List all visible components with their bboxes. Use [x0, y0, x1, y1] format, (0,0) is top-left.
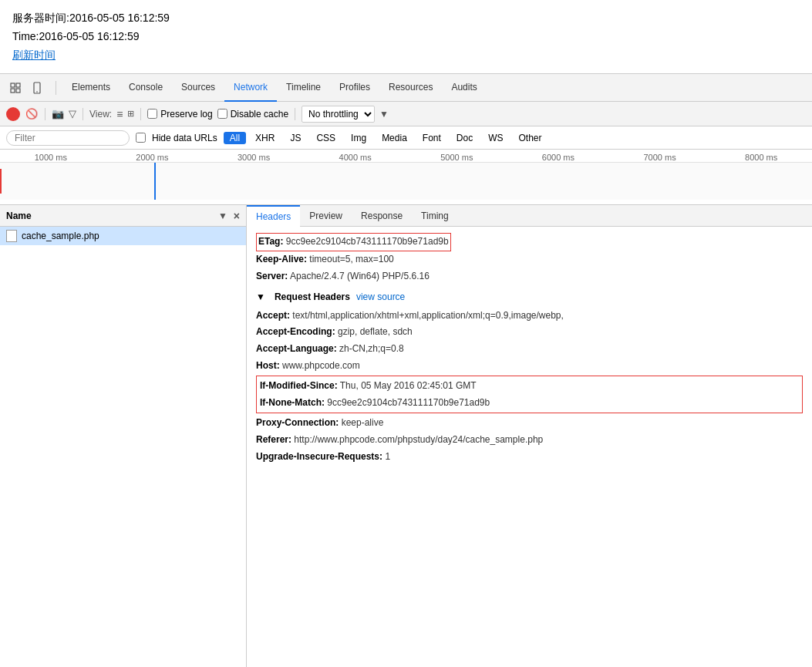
collapse-triangle-icon[interactable]: ▼	[256, 289, 265, 306]
header-tab-headers[interactable]: Headers	[247, 205, 300, 227]
svg-rect-3	[16, 89, 20, 93]
close-panel-icon[interactable]: ×	[234, 210, 240, 222]
main-area: Name ▼ × cache_sample.php HeadersPreview…	[0, 205, 812, 667]
filter-type-doc[interactable]: Doc	[450, 132, 479, 144]
timeline-area	[0, 163, 812, 200]
filter-type-img[interactable]: Img	[345, 132, 372, 144]
header-row: ETag: 9cc9ee2c9104cb743111170b9e71ad9b	[256, 233, 803, 251]
header-val: 9cc9ee2c9104cb743111170b9e71ad9b	[325, 397, 490, 408]
header-key: If-None-Match:	[260, 397, 325, 408]
timeline-bar: 1000 ms2000 ms3000 ms4000 ms5000 ms6000 …	[0, 150, 812, 205]
timeline-label: 4000 ms	[305, 153, 406, 162]
refresh-link[interactable]: 刷新时间	[12, 49, 56, 61]
tab-elements[interactable]: Elements	[62, 74, 120, 102]
timeline-label: 7000 ms	[609, 153, 711, 162]
timeline-label: 8000 ms	[710, 153, 812, 162]
header-row: Referer: http://www.phpcode.com/phpstudy…	[256, 432, 803, 449]
list-item[interactable]: cache_sample.php	[0, 227, 246, 245]
conditional-headers-highlight-block: If-Modified-Since: Thu, 05 May 2016 02:4…	[256, 376, 803, 413]
header-val: http://www.phpcode.com/phpstudy/day24/ca…	[291, 434, 543, 445]
header-val: text/html,application/xhtml+xml,applicat…	[290, 310, 564, 321]
clear-button[interactable]: 🚫	[25, 107, 39, 121]
header-row: Upgrade-Insecure-Requests: 1	[256, 449, 803, 466]
filter-icon[interactable]: ▽	[69, 108, 76, 120]
tab-sources[interactable]: Sources	[172, 74, 224, 102]
preserve-log-checkbox[interactable]	[147, 109, 157, 119]
header-val: Apache/2.4.7 (Win64) PHP/5.6.16	[288, 271, 429, 281]
header-tab-response[interactable]: Response	[352, 205, 412, 227]
filter-type-font[interactable]: Font	[416, 132, 447, 144]
toolbar-sep2	[83, 108, 83, 120]
view-label: View:	[89, 109, 112, 120]
tab-network[interactable]: Network	[224, 74, 277, 102]
tab-console[interactable]: Console	[120, 74, 172, 102]
header-highlight-box: ETag: 9cc9ee2c9104cb743111170b9e71ad9b	[256, 233, 451, 251]
header-key: Accept-Encoding:	[256, 326, 335, 337]
header-key: ETag:	[258, 236, 283, 247]
file-icon	[6, 230, 17, 242]
throttle-dropdown-arrow: ▼	[379, 109, 389, 120]
devtools-panel: Elements Console Sources Network Timelin…	[0, 73, 812, 667]
devtools-tabbar: Elements Console Sources Network Timelin…	[0, 74, 812, 102]
hide-data-urls-checkbox[interactable]	[136, 133, 146, 143]
tab-timeline[interactable]: Timeline	[277, 74, 330, 102]
preserve-log-label: Preserve log	[160, 109, 212, 120]
header-key: Keep-Alive:	[256, 254, 307, 264]
network-toolbar: 🚫 📷 ▽ View: ≡ ⊞ Preserve log Disable cac…	[0, 102, 812, 126]
filter-type-media[interactable]: Media	[376, 132, 413, 144]
header-row: Host: www.phpcode.com	[256, 358, 803, 375]
disable-cache-group: Disable cache	[217, 109, 288, 120]
header-key: Accept-Language:	[256, 343, 337, 354]
filter-type-all[interactable]: All	[224, 132, 246, 144]
header-val: Thu, 05 May 2016 02:45:01 GMT	[338, 380, 477, 391]
sort-icon[interactable]: ▼	[218, 211, 227, 221]
header-row: If-None-Match: 9cc9ee2c9104cb743111170b9…	[260, 395, 799, 412]
screenshot-icon[interactable]: 📷	[52, 108, 64, 120]
headers-panel: HeadersPreviewResponseTiming ETag: 9cc9e…	[247, 205, 812, 667]
disable-cache-checkbox[interactable]	[217, 109, 227, 119]
request-headers-label: Request Headers	[275, 289, 350, 306]
file-list: cache_sample.php	[0, 227, 246, 245]
header-val: zh-CN,zh;q=0.8	[337, 343, 404, 354]
tree-view-icon[interactable]: ⊞	[127, 109, 134, 119]
header-row: Accept-Language: zh-CN,zh;q=0.8	[256, 341, 803, 358]
header-tab-preview[interactable]: Preview	[300, 205, 352, 227]
toolbar-sep3	[140, 108, 141, 120]
throttle-select[interactable]: No throttling OfflineGPRSRegular 2GGood …	[302, 106, 375, 123]
filter-type-other[interactable]: Other	[513, 132, 548, 144]
header-key: Proxy-Connection:	[256, 417, 339, 428]
record-button[interactable]	[6, 107, 20, 121]
timeline-label: 2000 ms	[102, 153, 204, 162]
tab-resources[interactable]: Resources	[379, 74, 442, 102]
file-name: cache_sample.php	[22, 231, 99, 241]
devtools-toggle-icon[interactable]	[6, 79, 25, 97]
headers-tabs: HeadersPreviewResponseTiming	[247, 205, 812, 227]
devtools-mobile-icon[interactable]	[28, 79, 46, 97]
disable-cache-label: Disable cache	[231, 109, 288, 120]
header-key: Upgrade-Insecure-Requests:	[256, 451, 382, 462]
header-val: keep-alive	[339, 417, 383, 428]
header-row: Proxy-Connection: keep-alive	[256, 415, 803, 432]
filter-type-xhr[interactable]: XHR	[249, 132, 281, 144]
filter-bar: Hide data URLs AllXHRJSCSSImgMediaFontDo…	[0, 126, 812, 150]
filter-types: AllXHRJSCSSImgMediaFontDocWSOther	[224, 132, 548, 144]
file-list-panel: Name ▼ × cache_sample.php	[0, 205, 247, 667]
view-source-link[interactable]: view source	[356, 289, 405, 306]
timeline-label: 5000 ms	[406, 153, 508, 162]
tab-profiles[interactable]: Profiles	[330, 74, 379, 102]
header-val: gzip, deflate, sdch	[335, 326, 413, 337]
filter-type-js[interactable]: JS	[284, 132, 307, 144]
client-time: Time:2016-05-05 16:12:59	[12, 28, 800, 46]
tab-divider	[56, 81, 56, 95]
filter-type-css[interactable]: CSS	[310, 132, 342, 144]
preserve-log-group: Preserve log	[147, 109, 212, 120]
tab-audits[interactable]: Audits	[442, 74, 486, 102]
header-tab-timing[interactable]: Timing	[412, 205, 458, 227]
hide-data-urls-label: Hide data URLs	[152, 133, 217, 143]
toolbar-sep1	[45, 108, 45, 120]
filter-type-ws[interactable]: WS	[482, 132, 509, 144]
list-view-icon[interactable]: ≡	[116, 108, 123, 120]
timeline-label: 6000 ms	[507, 153, 609, 162]
header-key: Server:	[256, 271, 288, 281]
filter-input[interactable]	[6, 130, 130, 146]
